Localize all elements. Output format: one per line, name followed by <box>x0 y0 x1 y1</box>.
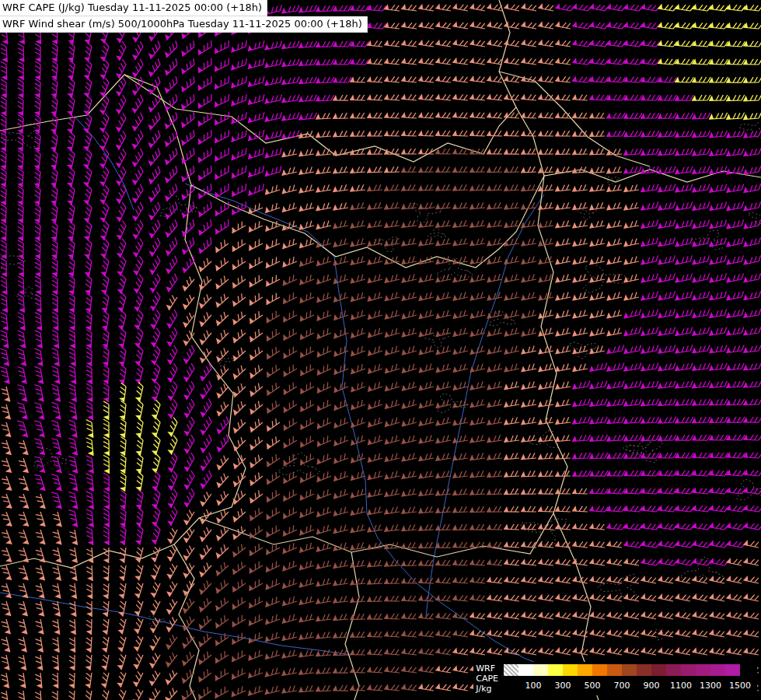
legend-color-box <box>622 664 637 676</box>
legend-label-line1: WRF <box>476 663 498 674</box>
legend-color-box <box>504 664 518 676</box>
legend-value: 700 <box>607 681 637 691</box>
legend-color-box <box>592 664 607 676</box>
legend-color-box <box>563 664 578 676</box>
legend-values: 100300500700900110013001500 <box>518 681 755 691</box>
legend-color-box <box>651 664 666 676</box>
title-wind-shear: WRF Wind shear (m/s) 500/1000hPa Tuesday… <box>0 16 368 33</box>
legend-color-box <box>710 664 725 676</box>
cape-legend: WRF CAPE J/kg 10030050070090011001300150… <box>473 662 757 695</box>
title-cape: WRF CAPE (J/kg) Tuesday 11-11-2025 00:00… <box>0 0 267 16</box>
legend-color-box <box>666 664 681 676</box>
legend-color-box <box>548 664 563 676</box>
legend-color-box <box>518 664 533 676</box>
legend-color-box <box>725 664 740 676</box>
legend-scale-area: 100300500700900110013001500 <box>504 663 755 691</box>
weather-map-page: WRF CAPE (J/kg) Tuesday 11-11-2025 00:00… <box>0 0 761 700</box>
weather-map-canvas <box>0 0 761 700</box>
legend-label: WRF CAPE J/kg <box>476 663 498 694</box>
legend-color-box <box>533 664 548 676</box>
legend-scale <box>504 664 755 676</box>
legend-label-line2: CAPE <box>476 674 498 684</box>
legend-value: 300 <box>548 681 578 691</box>
legend-value: 1300 <box>696 681 725 691</box>
map-titles: WRF CAPE (J/kg) Tuesday 11-11-2025 00:00… <box>0 0 368 33</box>
legend-value: 900 <box>637 681 666 691</box>
legend-color-box <box>607 664 622 676</box>
legend-value: 500 <box>578 681 607 691</box>
legend-color-box <box>578 664 592 676</box>
legend-color-box <box>637 664 651 676</box>
legend-value: 1500 <box>725 681 755 691</box>
legend-label-line3: J/kg <box>476 684 498 694</box>
legend-value: 100 <box>518 681 548 691</box>
legend-value: 1100 <box>666 681 696 691</box>
legend-color-box <box>696 664 710 676</box>
legend-color-box <box>681 664 696 676</box>
